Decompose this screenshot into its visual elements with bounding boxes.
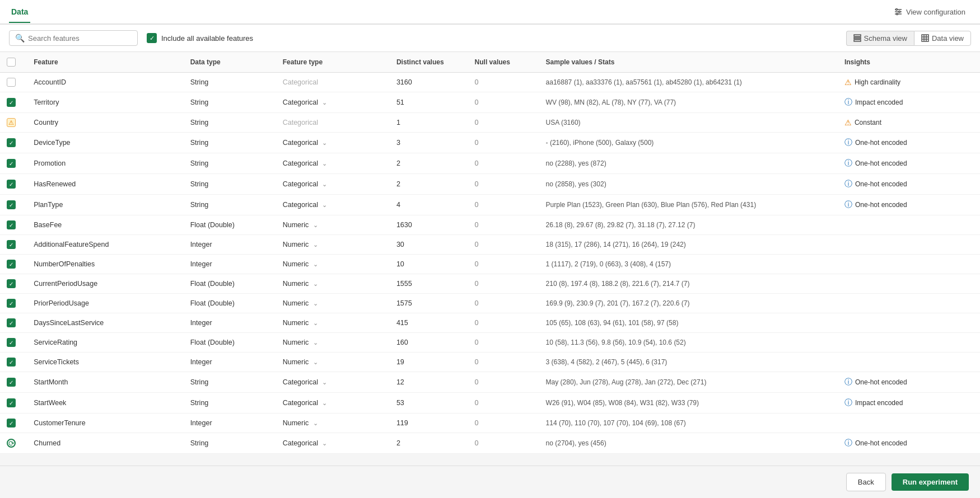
header-feature: Feature bbox=[27, 52, 183, 73]
row-data-type: Integer bbox=[184, 255, 276, 274]
row-feature-type[interactable]: Numeric ⌄ bbox=[276, 255, 390, 274]
insight-badge: ⓘOne-hot encoded bbox=[844, 438, 907, 448]
row-checkbox[interactable]: ✓ bbox=[7, 299, 16, 308]
row-checkbox[interactable]: ✓ bbox=[7, 358, 16, 367]
row-distinct-values: 30 bbox=[390, 235, 468, 255]
row-feature-type[interactable]: Categorical ⌄ bbox=[276, 372, 390, 393]
row-feature-type[interactable]: Categorical ⌄ bbox=[276, 92, 390, 113]
schema-view-button[interactable]: Schema view bbox=[846, 31, 914, 46]
chevron-icon: ⌄ bbox=[313, 320, 318, 326]
row-data-type: String bbox=[184, 92, 276, 113]
top-bar: Data View configuration bbox=[0, 0, 980, 25]
row-feature-type[interactable]: Categorical ⌄ bbox=[276, 195, 390, 215]
table-icon bbox=[921, 34, 929, 42]
data-view-button[interactable]: Data view bbox=[914, 31, 971, 46]
include-all-label: Include all available features bbox=[161, 34, 253, 43]
include-all-checkbox[interactable]: ✓ bbox=[147, 33, 157, 43]
row-feature-type[interactable]: Numeric ⌄ bbox=[276, 274, 390, 294]
row-checkbox[interactable]: ✓ bbox=[7, 378, 16, 387]
row-checkbox[interactable]: ⟳ bbox=[7, 439, 16, 448]
row-sample-values: USA (3160) bbox=[539, 113, 838, 133]
search-input[interactable] bbox=[28, 34, 132, 43]
row-checkbox[interactable]: ✓ bbox=[7, 159, 16, 168]
row-feature-type[interactable]: Numeric ⌄ bbox=[276, 235, 390, 255]
row-insights: ⓘImpact encoded bbox=[838, 393, 980, 414]
run-experiment-button[interactable]: Run experiment bbox=[892, 473, 969, 485]
row-feature-type[interactable]: Numeric ⌄ bbox=[276, 294, 390, 313]
row-insights bbox=[838, 294, 980, 313]
row-feature-type[interactable]: Categorical ⌄ bbox=[276, 393, 390, 414]
row-check-cell: ✓ bbox=[0, 255, 27, 274]
row-checkbox[interactable]: ✓ bbox=[7, 240, 16, 249]
row-checkbox[interactable]: ⚠ bbox=[7, 118, 16, 127]
svg-rect-9 bbox=[922, 35, 928, 41]
chevron-icon: ⌄ bbox=[322, 379, 327, 386]
row-checkbox[interactable]: ✓ bbox=[7, 138, 16, 147]
row-feature-type[interactable]: Numeric ⌄ bbox=[276, 215, 390, 235]
chevron-icon: ⌄ bbox=[322, 160, 327, 167]
row-feature-name: DaysSinceLastService bbox=[27, 313, 183, 333]
row-checkbox[interactable]: ✓ bbox=[7, 98, 16, 107]
back-button[interactable]: Back bbox=[846, 473, 886, 485]
row-feature-name: HasRenewed bbox=[27, 174, 183, 195]
row-data-type: Integer bbox=[184, 235, 276, 255]
row-distinct-values: 53 bbox=[390, 393, 468, 414]
row-feature-type[interactable]: Categorical ⌄ bbox=[276, 174, 390, 195]
row-feature-name: Promotion bbox=[27, 153, 183, 174]
chevron-icon: ⌄ bbox=[322, 201, 327, 208]
row-check-cell: ⟳ bbox=[0, 433, 27, 454]
row-feature-name: StartWeek bbox=[27, 393, 183, 414]
row-feature-name: Country bbox=[27, 113, 183, 133]
row-feature-type[interactable]: Categorical ⌄ bbox=[276, 153, 390, 174]
table-row: ✓ StartWeek String Categorical ⌄ 53 0 W2… bbox=[0, 393, 980, 414]
row-check-cell: ✓ bbox=[0, 353, 27, 372]
row-checkbox[interactable]: ✓ bbox=[7, 180, 16, 189]
row-checkbox[interactable]: ✓ bbox=[7, 398, 16, 407]
table-row: ⚠ Country String Categorical 1 0 USA (31… bbox=[0, 113, 980, 133]
view-config-button[interactable]: View configuration bbox=[888, 4, 971, 20]
row-null-values: 0 bbox=[468, 313, 539, 333]
row-sample-values: no (2858), yes (302) bbox=[539, 174, 838, 195]
row-data-type: Integer bbox=[184, 414, 276, 433]
row-checkbox[interactable] bbox=[7, 78, 16, 87]
row-feature-type[interactable]: Categorical bbox=[276, 113, 390, 133]
row-check-cell: ✓ bbox=[0, 313, 27, 333]
row-checkbox[interactable]: ✓ bbox=[7, 220, 16, 229]
insight-text: Constant bbox=[855, 119, 881, 126]
row-distinct-values: 3160 bbox=[390, 73, 468, 92]
row-feature-type[interactable]: Numeric ⌄ bbox=[276, 353, 390, 372]
row-feature-type[interactable]: Numeric ⌄ bbox=[276, 414, 390, 433]
row-insights bbox=[838, 333, 980, 353]
header-checkbox[interactable] bbox=[7, 58, 16, 67]
row-checkbox[interactable]: ✓ bbox=[7, 200, 16, 209]
row-checkbox[interactable]: ✓ bbox=[7, 260, 16, 269]
row-checkbox[interactable]: ✓ bbox=[7, 419, 16, 427]
header-featuretype: Feature type bbox=[276, 52, 390, 73]
features-table-container: Feature Data type Feature type Distinct … bbox=[0, 52, 980, 454]
svg-rect-6 bbox=[854, 35, 861, 36]
row-null-values: 0 bbox=[468, 414, 539, 433]
row-check-cell: ✓ bbox=[0, 274, 27, 294]
row-check-cell: ✓ bbox=[0, 235, 27, 255]
tab-data[interactable]: Data bbox=[9, 2, 30, 23]
row-feature-type[interactable]: Numeric ⌄ bbox=[276, 313, 390, 333]
chevron-icon: ⌄ bbox=[313, 261, 318, 267]
row-checkbox[interactable]: ✓ bbox=[7, 318, 16, 327]
row-insights: ⓘOne-hot encoded bbox=[838, 133, 980, 153]
row-sample-values: 26.18 (8), 29.67 (8), 29.82 (7), 31.18 (… bbox=[539, 215, 838, 235]
insight-badge: ⓘOne-hot encoded bbox=[844, 179, 907, 189]
row-check-cell: ✓ bbox=[0, 294, 27, 313]
insight-text: Impact encoded bbox=[855, 98, 903, 106]
row-feature-name: AdditionalFeatureSpend bbox=[27, 235, 183, 255]
row-feature-type[interactable]: Categorical ⌄ bbox=[276, 433, 390, 454]
row-feature-type[interactable]: Categorical bbox=[276, 73, 390, 92]
row-checkbox[interactable]: ✓ bbox=[7, 279, 16, 288]
row-feature-type[interactable]: Numeric ⌄ bbox=[276, 333, 390, 353]
row-feature-name: ServiceRating bbox=[27, 333, 183, 353]
row-feature-type[interactable]: Categorical ⌄ bbox=[276, 133, 390, 153]
include-all-container: ✓ Include all available features bbox=[147, 33, 253, 43]
row-feature-name: CurrentPeriodUsage bbox=[27, 274, 183, 294]
row-null-values: 0 bbox=[468, 333, 539, 353]
row-check-cell: ✓ bbox=[0, 133, 27, 153]
row-checkbox[interactable]: ✓ bbox=[7, 338, 16, 347]
